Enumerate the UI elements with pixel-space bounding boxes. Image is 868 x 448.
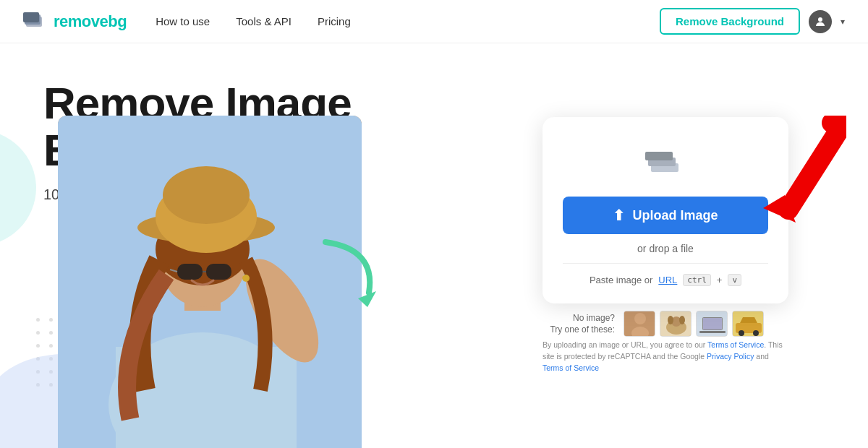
svg-point-25 [634,313,646,324]
svg-rect-15 [206,264,231,280]
user-icon [814,15,827,28]
sample-thumbs [624,311,764,337]
sample-thumb-laptop[interactable] [696,311,728,337]
kbd-ctrl: ctrl [683,274,711,286]
hero-left: Remove Image Background 100% Automatical… [0,43,477,448]
person-photo-bg [58,116,362,448]
svg-point-3 [818,17,822,22]
nav-link-how-to-use[interactable]: How to use [156,15,210,27]
remove-background-button[interactable]: Remove Background [660,8,800,35]
logo[interactable]: removebg [23,9,127,34]
upload-icon: ⬆ [613,207,625,224]
svg-point-30 [668,316,673,324]
hero-right: ⬆ Upload Image or drop a file Paste imag… [477,43,868,448]
kbd-v: v [728,274,741,286]
logo-text: removebg [54,12,127,31]
upload-image-button[interactable]: ⬆ Upload Image [563,197,768,234]
svg-rect-23 [645,152,673,160]
svg-point-18 [242,275,250,282]
account-icon[interactable] [809,10,832,33]
green-arrow-decoration [318,235,383,310]
layers-icon [644,143,687,182]
nav-link-tools-api[interactable]: Tools & API [236,15,292,27]
account-chevron-icon[interactable]: ▾ [841,17,845,27]
terms-of-service-link[interactable]: Terms of Service [707,340,764,349]
nav-link-pricing[interactable]: Pricing [318,15,351,27]
upload-card: ⬆ Upload Image or drop a file Paste imag… [542,117,788,303]
sample-thumb-dog[interactable] [660,311,692,337]
logo-icon [23,9,48,34]
sample-images-row: No image? Try one of these: [542,311,788,337]
nav-links: How to use Tools & API Pricing [156,15,660,27]
svg-point-38 [739,330,744,336]
paste-label: Paste image or [590,275,652,285]
svg-point-39 [753,330,759,336]
decorative-shape-teal [0,130,36,246]
person-image [58,116,362,448]
svg-point-13 [163,166,250,224]
terms-of-service-link-2[interactable]: Terms of Service [542,363,599,372]
nav-right: Remove Background ▾ [660,8,845,35]
navbar: removebg How to use Tools & API Pricing … [0,0,868,43]
svg-point-31 [679,316,685,324]
sample-label: No image? Try one of these: [542,312,615,337]
svg-rect-2 [23,12,39,22]
sample-thumb-car[interactable] [732,311,764,337]
kbd-plus: + [717,275,723,285]
privacy-policy-link[interactable]: Privacy Policy [707,352,754,361]
svg-rect-14 [177,264,203,280]
fine-print: By uploading an image or URL, you agree … [542,340,788,374]
paste-row: Paste image or URL ctrl + v [563,263,768,286]
person-silhouette [58,116,362,448]
paste-url-link[interactable]: URL [658,275,677,285]
svg-rect-34 [703,318,722,329]
upload-button-label: Upload Image [632,208,718,223]
or-drop-label: or drop a file [637,243,694,254]
hero-section: Remove Image Background 100% Automatical… [0,43,868,448]
sample-thumb-person[interactable] [624,311,655,337]
svg-rect-35 [699,331,726,333]
